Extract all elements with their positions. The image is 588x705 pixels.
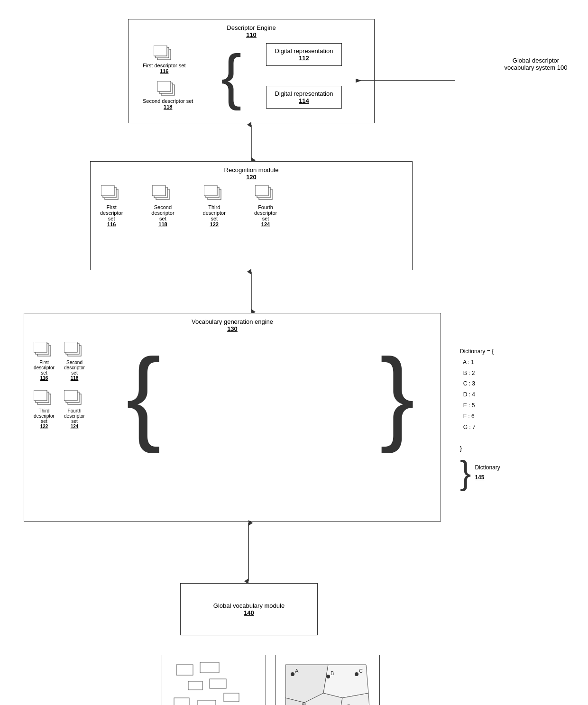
- vocab-second-set: Seconddescriptorset 118: [64, 342, 85, 381]
- svg-rect-12: [101, 185, 114, 196]
- vocab-curly-brace-right: }: [380, 351, 414, 440]
- svg-rect-21: [255, 185, 268, 196]
- global-vocabulary-box: Global vocabulary module 140: [180, 583, 318, 635]
- svg-text:G: G: [302, 702, 306, 705]
- recog-module-title: Recognition module: [224, 166, 279, 174]
- svg-rect-42: [198, 700, 216, 705]
- vocab-curly-brace-left: {: [126, 351, 161, 440]
- recog-sets: Firstdescriptorset 116 Seconddescriptors…: [100, 185, 277, 227]
- dict-label-section: } Dictionary 145: [460, 458, 545, 488]
- clustered-box: Clustered descriptor space 125: [162, 655, 266, 705]
- svg-rect-18: [204, 185, 217, 196]
- arrow-recog-to-vocab: [247, 269, 256, 314]
- diagram-container: Descriptor Engine 110 First descriptor s…: [0, 0, 588, 705]
- vocab-third-set: Thirddescriptorset 122: [34, 390, 55, 429]
- digital-rep1-box: Digital representation 112: [266, 43, 342, 66]
- svg-text:A: A: [295, 668, 299, 674]
- svg-rect-38: [200, 662, 219, 673]
- svg-point-49: [326, 675, 330, 678]
- global-vocab-number: 140: [244, 609, 254, 616]
- svg-rect-41: [174, 698, 189, 705]
- dict-entry-a: A : 1: [460, 359, 474, 366]
- dict-entry-d: D : 4: [460, 391, 475, 398]
- dictionary-box: Dictionary = { A : 1 B : 2 C : 3 D : 4 E…: [460, 346, 545, 479]
- dict-entry-f: F : 6: [460, 413, 475, 420]
- descriptor-engine-title: Descriptor Engine: [227, 24, 276, 31]
- recog-first-set: Firstdescriptorset 116: [100, 185, 123, 227]
- vocab-gen-number: 130: [227, 325, 238, 332]
- vocab-gen-title: Vocabulary generation engine: [192, 318, 273, 325]
- global-sys-label: Global descriptor vocabulary system 100: [498, 57, 574, 71]
- global-sys-arrow: [351, 73, 460, 88]
- svg-rect-43: [224, 693, 239, 702]
- arrow-engine-to-recog: [247, 122, 256, 163]
- dict-entry-c: C : 3: [460, 380, 475, 387]
- svg-rect-15: [152, 185, 165, 196]
- dict-entry-g: G : 7: [460, 424, 476, 430]
- svg-rect-36: [64, 390, 77, 401]
- svg-rect-27: [34, 342, 47, 352]
- svg-text:B: B: [331, 670, 334, 676]
- svg-point-51: [355, 672, 358, 676]
- svg-rect-5: [157, 81, 171, 92]
- recog-module-number: 120: [246, 174, 257, 181]
- partitioned-box: A B C G D F E Partitioned descriptor spa…: [276, 655, 380, 705]
- svg-rect-2: [154, 46, 167, 56]
- recognition-module-box: Recognition module 120 Firstdescriptorse…: [90, 161, 413, 270]
- svg-rect-40: [210, 679, 226, 688]
- recog-third-set: Thirddescriptorset 122: [203, 185, 226, 227]
- first-desc-set-engine: First descriptor set 116: [143, 46, 185, 74]
- vocabulary-generation-box: Vocabulary generation engine 130 Firstde…: [24, 313, 441, 522]
- svg-rect-30: [64, 342, 77, 352]
- arrow-vocab-to-global: [244, 521, 253, 585]
- svg-text:C: C: [359, 668, 363, 674]
- vocab-first-set: Firstdescriptorset 116: [34, 342, 55, 381]
- descriptor-engine-box: Descriptor Engine 110 First descriptor s…: [128, 19, 375, 123]
- svg-point-47: [291, 672, 294, 676]
- global-vocab-title: Global vocabulary module: [213, 602, 285, 609]
- digital-rep2-box: Digital representation 114: [266, 86, 342, 109]
- second-desc-set-engine: Second descriptor set 118: [143, 81, 193, 110]
- svg-rect-33: [34, 390, 47, 401]
- svg-rect-37: [176, 665, 193, 675]
- descriptor-engine-number: 110: [246, 31, 257, 38]
- vocab-fourth-set: Fourthdescriptorset 124: [64, 390, 85, 429]
- dict-curly: }: [460, 458, 471, 488]
- recog-fourth-set: Fourthdescriptorset 124: [254, 185, 277, 227]
- vocab-sets: Firstdescriptorset 116 Seconddescriptors…: [34, 342, 85, 429]
- svg-rect-39: [188, 681, 202, 690]
- dict-entry-b: B : 2: [460, 370, 475, 376]
- curly-brace-engine: {: [221, 46, 241, 107]
- dict-name-area: Dictionary 145: [475, 463, 500, 483]
- dict-entry-e: E : 5: [460, 402, 475, 409]
- recog-second-set: Seconddescriptorset 118: [151, 185, 174, 227]
